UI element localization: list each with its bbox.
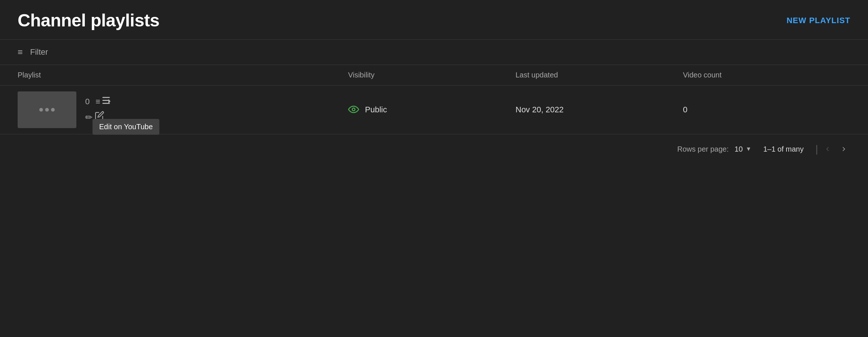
edit-on-youtube-tooltip: Edit on YouTube (93, 119, 159, 135)
pagination-bar: Rows per page: 10 ▼ 1–1 of many | (0, 134, 868, 164)
rows-dropdown-arrow-icon: ▼ (746, 146, 752, 152)
playlist-thumbnail (18, 91, 76, 128)
rows-per-page-group: Rows per page: 10 ▼ (677, 145, 751, 153)
new-playlist-button[interactable]: NEW PLAYLIST (786, 16, 850, 25)
thumbnail-dots (39, 108, 55, 112)
table-header: Playlist Visibility Last updated Video c… (0, 65, 868, 86)
svg-rect-0 (102, 97, 110, 98)
list-order-icon (95, 97, 111, 106)
filter-icon (18, 47, 23, 57)
page-title: Channel playlists (18, 10, 159, 30)
col-playlist: Playlist (18, 71, 348, 79)
first-page-button[interactable] (821, 144, 834, 154)
dot-2 (45, 108, 49, 112)
pagination-controls: | (815, 143, 850, 155)
playlist-actions: 0 Edit on YouTu (85, 97, 111, 123)
last-updated-value: Nov 20, 2022 (516, 105, 564, 114)
video-count-cell: 0 (683, 105, 850, 115)
visibility-cell: Public (348, 104, 516, 116)
filter-label: Filter (30, 47, 48, 57)
visibility-value: Public (365, 105, 387, 115)
rows-per-page-label: Rows per page: (677, 145, 728, 153)
col-last-updated: Last updated (516, 71, 683, 79)
video-count-value: 0 (683, 105, 687, 114)
rows-per-page-select[interactable]: 10 ▼ (735, 145, 752, 153)
playlist-video-count: 0 (85, 97, 90, 106)
pagination-divider: | (815, 143, 818, 155)
action-count-row: 0 (85, 97, 111, 106)
col-visibility: Visibility (348, 71, 516, 79)
rows-per-page-value: 10 (735, 145, 743, 153)
page-header: Channel playlists NEW PLAYLIST (0, 0, 868, 40)
next-page-button[interactable] (837, 144, 850, 154)
col-video-count: Video count (683, 71, 850, 79)
dot-3 (51, 108, 55, 112)
last-updated-cell: Nov 20, 2022 (516, 105, 683, 115)
dot-1 (39, 108, 43, 112)
svg-point-4 (352, 108, 355, 111)
table-row: 0 Edit on YouTu (0, 86, 868, 134)
eye-icon (348, 104, 359, 116)
playlist-cell: 0 Edit on YouTu (18, 91, 348, 128)
filter-bar: Filter (0, 40, 868, 65)
page-info: 1–1 of many (763, 145, 804, 153)
